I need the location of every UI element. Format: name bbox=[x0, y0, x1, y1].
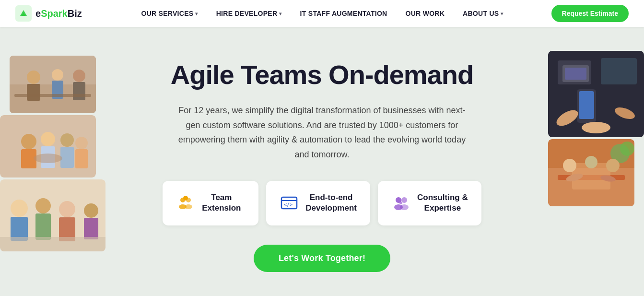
svg-point-19 bbox=[34, 154, 62, 163]
svg-point-60 bbox=[401, 197, 407, 203]
svg-point-46 bbox=[563, 159, 576, 172]
logo-icon bbox=[15, 5, 32, 22]
nav-about-us[interactable]: ABOUT US ▾ bbox=[454, 6, 512, 21]
nav-hire-developer[interactable]: HIRE DEVELOPER ▾ bbox=[208, 6, 291, 21]
svg-point-53 bbox=[183, 196, 188, 201]
nav-links: OUR SERVICES ▾ HIRE DEVELOPER ▾ IT STAFF… bbox=[101, 6, 544, 21]
svg-point-17 bbox=[75, 137, 88, 149]
svg-rect-28 bbox=[84, 218, 98, 239]
svg-point-15 bbox=[60, 133, 74, 147]
nav-it-staff[interactable]: IT STAFF AUGMENTATION bbox=[292, 6, 396, 21]
svg-rect-39 bbox=[565, 68, 586, 80]
service-card-end-to-end[interactable]: </> End-to-end Development bbox=[266, 181, 370, 225]
collage-right-top-image bbox=[548, 51, 644, 137]
navbar: eSparkBiz OUR SERVICES ▾ HIRE DEVELOPER … bbox=[0, 0, 644, 27]
svg-point-27 bbox=[84, 203, 98, 218]
service-label-end-to-end: End-to-end Development bbox=[305, 192, 357, 213]
svg-point-43 bbox=[620, 142, 634, 156]
hero-content: Agile Teams On-demand For 12 years, we s… bbox=[163, 60, 481, 272]
svg-point-37 bbox=[582, 122, 610, 133]
svg-rect-34 bbox=[579, 91, 594, 119]
collage-right-bot-image bbox=[548, 139, 634, 206]
svg-text:</>: </> bbox=[284, 202, 293, 207]
hire-developer-chevron-icon: ▾ bbox=[279, 11, 281, 16]
lets-work-together-button[interactable]: Let's Work Together! bbox=[254, 245, 390, 272]
nav-our-services[interactable]: OUR SERVICES ▾ bbox=[133, 6, 207, 21]
collage-left-bot-image bbox=[0, 179, 105, 251]
svg-rect-18 bbox=[75, 149, 88, 168]
svg-point-5 bbox=[52, 69, 63, 81]
hero-title: Agile Teams On-demand bbox=[163, 60, 481, 90]
svg-point-21 bbox=[11, 200, 28, 217]
request-estimate-button[interactable]: Request Estimate bbox=[551, 5, 629, 22]
svg-point-55 bbox=[185, 204, 192, 209]
service-label-team-extension: Team Extension bbox=[202, 192, 241, 213]
logo-text: eSparkBiz bbox=[35, 8, 82, 19]
svg-point-47 bbox=[606, 159, 620, 172]
dev-icon: </> bbox=[280, 193, 299, 213]
service-label-consulting: Consulting & Expertise bbox=[417, 192, 468, 213]
team-icon bbox=[176, 193, 195, 213]
collage-left-mid-image bbox=[0, 115, 96, 178]
logo[interactable]: eSparkBiz bbox=[15, 5, 82, 22]
svg-rect-8 bbox=[73, 82, 85, 100]
about-us-chevron-icon: ▾ bbox=[501, 11, 503, 16]
svg-point-63 bbox=[399, 201, 402, 204]
service-card-team-extension[interactable]: Team Extension bbox=[163, 181, 258, 225]
svg-rect-29 bbox=[0, 237, 105, 251]
svg-point-25 bbox=[59, 201, 75, 217]
collage-left bbox=[0, 56, 105, 251]
svg-point-7 bbox=[73, 70, 85, 82]
hero-section: Agile Teams On-demand For 12 years, we s… bbox=[0, 27, 644, 296]
svg-point-13 bbox=[41, 132, 55, 146]
nav-our-work[interactable]: OUR WORK bbox=[397, 6, 454, 21]
svg-point-23 bbox=[35, 198, 51, 213]
svg-rect-4 bbox=[27, 84, 40, 101]
svg-point-3 bbox=[27, 71, 40, 84]
consulting-icon bbox=[391, 193, 410, 213]
collage-left-top-image bbox=[10, 56, 96, 113]
svg-rect-32 bbox=[601, 58, 637, 84]
svg-point-48 bbox=[585, 156, 597, 168]
our-services-chevron-icon: ▾ bbox=[195, 11, 198, 16]
collage-right bbox=[548, 51, 644, 206]
svg-point-11 bbox=[21, 134, 36, 149]
svg-rect-9 bbox=[14, 94, 91, 97]
service-cards: Team Extension </> End-to-end Developmen… bbox=[163, 181, 481, 225]
svg-rect-16 bbox=[60, 147, 74, 168]
service-card-consulting[interactable]: Consulting & Expertise bbox=[378, 181, 481, 225]
svg-rect-24 bbox=[35, 213, 51, 240]
svg-point-62 bbox=[400, 204, 409, 210]
hero-subtitle: For 12 years, we simplify the digital tr… bbox=[173, 103, 470, 162]
